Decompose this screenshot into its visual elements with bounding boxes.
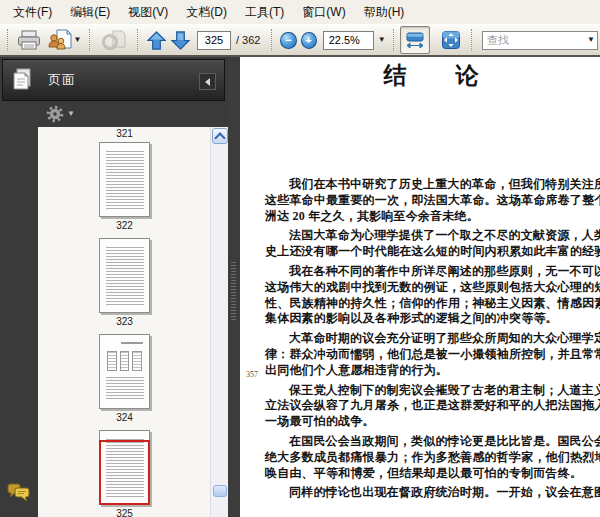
menu-view[interactable]: 视图(V) [119,0,177,25]
search-box: ▼ [482,30,598,50]
thumbnail-diagram-content [107,351,142,371]
collaborate-people-icon [47,29,73,51]
pages-panel-toolbar: ▼ [38,101,228,127]
pages-icon[interactable] [10,67,34,93]
paragraph: 我在各种不同的著作中所详尽阐述的那些原则，无一不可以在 这场伟大的戏剧中找到无数… [265,264,600,327]
menu-bar: 文件(F) 编辑(E) 视图(V) 文档(D) 工具(T) 窗口(W) 帮助(H… [0,0,600,25]
options-dropdown-caret[interactable]: ▼ [67,110,75,118]
zoom-out-button[interactable]: − [280,32,296,49]
text-line: 律：群众冲动而懦弱，他们总是被一小撮领袖所控制，并且常常做 [265,347,600,363]
page-thumbnail[interactable] [99,142,150,217]
pane-splitter[interactable] [228,57,240,517]
thumbnail-list: 321 322 323 [38,127,211,517]
collaborate-dropdown-caret[interactable]: ▼ [74,36,82,44]
thumbnail-label[interactable]: 324 [116,412,133,424]
text-line: 同样的悖论也出现在督政府统治时期。一开始，议会在意图上 [265,485,600,501]
thumbnail-label[interactable]: 325 [116,508,133,517]
chevron-up-icon [214,132,225,143]
page-thumbnail[interactable] [99,334,150,409]
arrow-down-icon [170,30,191,51]
menu-file[interactable]: 文件(F) [4,0,61,25]
fit-width-icon [405,30,425,50]
text-line: 法国大革命为心理学提供了一个取之不尽的文献资源，人类历 [265,228,600,244]
thumbnails-area: 321 322 323 [38,127,228,517]
print-button[interactable] [14,26,44,54]
text-line: 大革命时期的议会充分证明了那些众所周知的大众心理学定 [265,331,600,347]
scrollbar-thumb[interactable] [213,485,227,497]
zoom-in-button[interactable]: + [301,32,317,49]
comments-bubbles-icon [6,483,32,503]
fit-page-button[interactable] [436,26,466,54]
thumbnail-label[interactable]: 322 [116,220,133,232]
fit-page-icon [441,30,461,50]
paragraph: 同样的悖论也出现在督政府统治时期。一开始，议会在意图上 [265,485,600,501]
navigation-pane: 页面 [0,57,228,517]
collapse-panel-button[interactable] [199,73,216,90]
body-text: 我们在本书中研究了历史上重大的革命，但我们特别关注所有 这些革命中最重要的一次，… [265,177,600,505]
text-line: 我们在本书中研究了历史上重大的革命，但我们特别关注所有 [265,177,600,193]
toolbar-separator [89,29,91,51]
page-thumbnail-selected[interactable] [99,430,150,505]
paragraph: 在国民公会当政期间，类似的悖论更是比比皆是。国民公会的 绝大多数成员都痛恨暴力；… [265,434,600,481]
page-thumbnail[interactable] [99,238,150,313]
book-page-number: 357 [246,370,258,379]
text-line: 出同他们个人意愿相违背的行为。 [265,363,600,379]
scrollbar-up-button[interactable] [212,128,228,144]
menu-window[interactable]: 窗口(W) [293,0,354,25]
text-line: 立法议会纵容了九月屠杀，也正是这群爱好和平的人把法国拖入了 [265,398,600,414]
thumbnail-label-321[interactable]: 321 [116,128,133,140]
navigation-icon-strip [0,101,38,517]
menu-document[interactable]: 文档(D) [177,0,236,25]
thumbnail-item-324[interactable]: 324 [99,334,150,424]
visible-area-indicator[interactable] [99,440,150,505]
thumbnail-label[interactable]: 323 [116,316,133,328]
paragraph: 大革命时期的议会充分证明了那些众所周知的大众心理学定 律：群众冲动而懦弱，他们总… [265,331,600,378]
thumbnail-diagram-content [121,342,143,344]
paragraph: 法国大革命为心理学提供了一个取之不尽的文献资源，人类历 史上还没有哪一个时代能在… [265,228,600,260]
thumbnail-item-322[interactable]: 322 [99,142,150,232]
text-line: 这些革命中最重要的一次，即法国大革命。这场革命席卷了整个欧 [265,193,600,209]
text-line: 史上还没有哪一个时代能在这么短的时间内积累如此丰富的经验。 [265,244,600,260]
previous-view-icon [101,29,127,51]
text-line: 保王党人控制下的制宪议会摧毁了古老的君主制；人道主义的 [265,383,600,399]
thumbnail-item-323[interactable]: 323 [99,238,150,328]
document-page-view[interactable]: 结 论 357 我们在本书中研究了历史上重大的革命，但我们特别关注所有 这些革命… [240,57,600,517]
text-line: 洲达 20 年之久，其影响至今余音未绝。 [265,209,600,225]
text-line: 唤自由、平等和博爱，但结果却是以最可怕的专制而告终。 [265,466,600,482]
chapter-title: 结 论 [265,60,598,91]
toolbar-separator [393,29,395,51]
comments-panel-button[interactable] [6,483,32,503]
text-line: 我在各种不同的著作中所详尽阐述的那些原则，无一不可以在 [265,264,600,280]
text-line: 绝大多数成员都痛恨暴力；作为多愁善感的哲学家，他们热烈地呼 [265,450,600,466]
fit-width-button[interactable] [400,26,430,54]
toolbar-separator [271,29,273,51]
thumbnail-scrollbar[interactable] [210,127,228,517]
previous-view-button-disabled [96,26,132,54]
zoom-dropdown-caret[interactable]: ▼ [378,36,386,44]
page-total-label: / 362 [236,34,260,46]
zoom-level-input[interactable] [323,31,374,50]
printer-icon [17,30,41,50]
text-line: 性、民族精神的持久性；信仰的作用；神秘主义因素、情感因素和 [265,296,600,312]
app-window: 文件(F) 编辑(E) 视图(V) 文档(D) 工具(T) 窗口(W) 帮助(H… [0,0,600,517]
paragraph: 保王党人控制下的制宪议会摧毁了古老的君主制；人道主义的 立法议会纵容了九月屠杀，… [265,383,600,430]
page-number-input[interactable] [197,31,231,50]
toolbar: ▼ [0,25,600,57]
menu-help[interactable]: 帮助(H) [355,0,414,25]
toolbar-separator [137,29,139,51]
arrow-up-icon [146,30,167,51]
paragraph: 我们在本书中研究了历史上重大的革命，但我们特别关注所有 这些革命中最重要的一次，… [265,177,600,224]
menu-tools[interactable]: 工具(T) [236,0,293,25]
previous-page-button[interactable] [144,26,169,54]
options-gear-button[interactable]: ▼ [46,105,75,123]
collaborate-button[interactable]: ▼ [44,26,84,54]
toolbar-separator [471,29,473,51]
menu-edit[interactable]: 编辑(E) [61,0,119,25]
next-page-button[interactable] [168,26,193,54]
thumbnail-item-325-current[interactable]: 325 [99,430,150,517]
text-line: 集体因素的影响以及各种形式的逻辑之间的冲突等等。 [265,311,600,327]
search-dropdown-caret[interactable]: ▼ [587,36,595,44]
gear-icon [46,105,64,123]
pages-panel-title: 页面 [48,71,76,89]
search-input[interactable] [482,31,598,50]
